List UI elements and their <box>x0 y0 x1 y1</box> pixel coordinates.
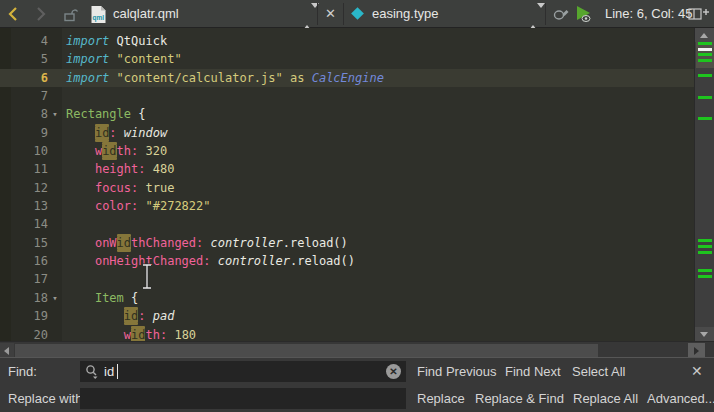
line-number: 15 <box>0 234 48 252</box>
fold-column <box>48 179 62 197</box>
code-token: .reload() <box>290 254 355 268</box>
code-line[interactable]: 13 color: "#272822" <box>0 197 694 215</box>
close-find-panel-button[interactable]: ✕ <box>691 358 703 385</box>
find-input-box[interactable]: ✕ <box>80 361 406 382</box>
code-text: focus: true <box>62 179 174 197</box>
find-previous-button[interactable]: Find Previous <box>417 358 496 385</box>
code-token: Item <box>95 291 124 305</box>
scroll-right-button[interactable] <box>688 343 705 358</box>
code-token <box>211 254 218 268</box>
scroll-up-button[interactable] <box>695 28 714 42</box>
code-text <box>62 87 66 105</box>
search-match-highlight: id <box>117 236 131 250</box>
code-line[interactable]: 9 id: window <box>0 124 694 142</box>
symbol-dropdown-button[interactable] <box>529 8 538 20</box>
code-line[interactable]: 19 id: pad <box>0 307 694 325</box>
code-token <box>66 144 95 158</box>
fold-column <box>48 32 62 50</box>
code-token: onW <box>95 236 117 250</box>
code-token <box>109 71 116 85</box>
replace-label: Replace with: <box>8 385 86 412</box>
current-symbol-name[interactable]: easing.type <box>372 0 439 28</box>
vertical-scrollbar[interactable] <box>694 28 714 341</box>
document-dropdown-button[interactable] <box>303 8 312 20</box>
find-label: Find: <box>8 358 37 385</box>
advanced-button[interactable]: Advanced... <box>647 385 714 412</box>
code-token: 320 <box>146 144 168 158</box>
horizontal-scrollbar-thumb[interactable] <box>15 344 598 357</box>
fold-marker-icon[interactable]: ▾ <box>48 289 62 307</box>
line-number: 8 <box>0 105 48 123</box>
code-line[interactable]: 18▾ Item { <box>0 289 694 307</box>
code-text: Item { <box>62 289 138 307</box>
lock-icon[interactable] <box>62 6 80 23</box>
code-token: import <box>66 52 109 66</box>
code-text: id: window <box>62 124 167 142</box>
code-text: width: 320 <box>62 142 167 160</box>
code-token: controller <box>211 236 283 250</box>
code-token <box>138 181 145 195</box>
line-number: 6 <box>0 69 48 87</box>
replace-find-button[interactable]: Replace & Find <box>475 385 564 412</box>
qml-preview-icon[interactable] <box>575 5 595 23</box>
code-line[interactable]: 14 <box>0 215 694 233</box>
cursor-position-indicator: Line: 6, Col: 45 <box>605 0 692 28</box>
code-line[interactable]: 8▾Rectangle { <box>0 105 694 123</box>
line-number: 18 <box>0 289 48 307</box>
code-text <box>62 215 66 233</box>
search-icon[interactable] <box>85 364 101 380</box>
replace-input-box[interactable] <box>80 388 406 409</box>
code-token <box>66 328 124 342</box>
search-match-marker <box>698 269 712 272</box>
open-document-name[interactable]: calqlatr.qml <box>113 0 179 28</box>
forward-button[interactable] <box>35 6 47 22</box>
code-editor[interactable]: 4import QtQuick5import "content"6import … <box>0 28 694 341</box>
code-token <box>66 309 124 323</box>
code-line[interactable]: 17 <box>0 270 694 288</box>
code-token: window <box>124 126 167 140</box>
code-text: onHeightChanged: controller.reload() <box>62 252 355 270</box>
line-number: 7 <box>0 87 48 105</box>
code-line[interactable]: 16 onHeightChanged: controller.reload() <box>0 252 694 270</box>
code-token: controller <box>218 254 290 268</box>
fold-marker-icon[interactable]: ▾ <box>48 105 62 123</box>
search-match-marker <box>698 251 712 254</box>
code-line[interactable]: 20 width: 180 <box>0 326 694 342</box>
back-button[interactable] <box>7 6 19 22</box>
annotation-icon[interactable] <box>552 5 572 23</box>
code-token: QtQuick <box>117 34 168 48</box>
replace-all-button[interactable]: Replace All <box>573 385 638 412</box>
code-line[interactable]: 15 onWidthChanged: controller.reload() <box>0 234 694 252</box>
code-token: th <box>145 328 159 342</box>
code-token: 480 <box>153 162 175 176</box>
find-next-button[interactable]: Find Next <box>505 358 561 385</box>
select-all-button[interactable]: Select All <box>572 358 625 385</box>
horizontal-scrollbar[interactable] <box>0 341 714 357</box>
code-line[interactable]: 4import QtQuick <box>0 32 694 50</box>
code-text: onWidthChanged: controller.reload() <box>62 234 348 252</box>
fold-column <box>48 252 62 270</box>
close-document-button[interactable]: ✕ <box>325 0 336 28</box>
fold-column <box>48 124 62 142</box>
split-editor-button[interactable] <box>688 7 710 21</box>
fold-column <box>48 326 62 342</box>
code-line[interactable]: 7 <box>0 87 694 105</box>
code-line[interactable]: 6import "content/calculator.js" as CalcE… <box>0 69 694 87</box>
find-input[interactable] <box>104 361 374 382</box>
scroll-left-button[interactable] <box>0 343 14 358</box>
code-line[interactable]: 11 height: 480 <box>0 160 694 178</box>
replace-button[interactable]: Replace <box>417 385 465 412</box>
search-match-marker <box>698 245 712 248</box>
code-line[interactable]: 10 width: 320 <box>0 142 694 160</box>
code-token: onHeightChanged <box>95 254 203 268</box>
code-text: import "content/calculator.js" as CalcEn… <box>62 69 384 87</box>
code-token: th <box>117 144 131 158</box>
clear-search-icon[interactable]: ✕ <box>386 364 401 379</box>
svg-text:qml: qml <box>93 14 105 22</box>
code-line[interactable]: 5import "content" <box>0 50 694 68</box>
code-line[interactable]: 12 focus: true <box>0 179 694 197</box>
replace-input[interactable] <box>86 388 356 409</box>
code-token <box>66 291 95 305</box>
code-token: pad <box>153 309 175 323</box>
scroll-down-button[interactable] <box>695 327 714 341</box>
